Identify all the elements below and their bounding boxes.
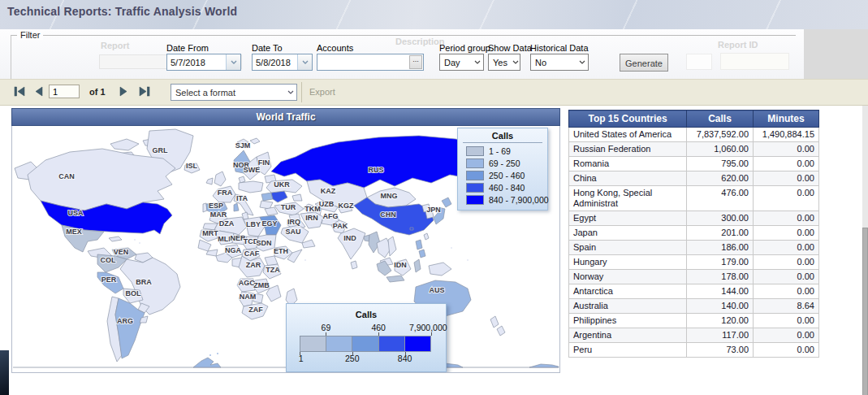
historical-data-select[interactable]: No <box>530 54 589 71</box>
cell-calls: 144.00 <box>687 284 754 299</box>
map-area: CANGRLISLSJMUSAMEXVENCOLPERBRABOLARGNORS… <box>11 126 560 373</box>
country-hong-kong <box>410 228 413 230</box>
first-page-button[interactable] <box>13 86 28 97</box>
cell-country: Russian Federation <box>569 142 687 157</box>
cell-country: Spain <box>569 241 687 255</box>
table-row: China620.000.00 <box>569 171 819 186</box>
scale-tick <box>326 332 326 336</box>
country-code-label: LBY <box>246 220 261 228</box>
vertical-scrollbar[interactable] <box>862 106 868 395</box>
show-data-select[interactable]: Yes <box>488 54 520 71</box>
date-to-dropdown-button[interactable] <box>297 54 312 70</box>
country-code-label: MEX <box>66 228 82 236</box>
date-from-value: 5/7/2018 <box>167 58 226 67</box>
next-page-button[interactable] <box>119 86 128 97</box>
table-row: United States of America7,837,592.001,49… <box>569 128 819 142</box>
scale-tick <box>405 352 406 355</box>
cell-minutes: 0.00 <box>754 270 819 284</box>
legend-row: 250 - 460 <box>458 169 547 181</box>
country-code-label: UKR <box>274 180 290 189</box>
country-usa <box>41 201 172 234</box>
cell-country: Hungary <box>569 255 687 270</box>
country-antarctica <box>193 358 221 367</box>
table-row: Russian Federation1,060.000.00 <box>569 142 819 157</box>
prev-page-button[interactable] <box>34 86 44 97</box>
legend-range-label: 250 - 460 <box>489 171 525 180</box>
country-code-label: IRQ <box>287 218 300 226</box>
pager-toolbar <box>0 79 868 106</box>
legend-range-label: 69 - 250 <box>489 158 520 168</box>
cell-minutes: 0.00 <box>754 226 819 241</box>
scale-top-label: 460 <box>371 323 386 332</box>
country-philippines <box>416 240 422 250</box>
date-from-combo[interactable]: 5/7/2018 <box>166 54 241 71</box>
last-page-button[interactable] <box>136 86 151 97</box>
country-code-label: NAM <box>240 293 257 301</box>
cell-country: China <box>569 171 687 186</box>
country-code-label: RUS <box>368 166 383 174</box>
page-input[interactable] <box>49 85 80 98</box>
scale-tick <box>352 352 353 355</box>
export-format-value: Select a format <box>171 88 285 98</box>
table-row: Romania795.000.00 <box>569 157 819 171</box>
country-code-label: CHN <box>380 211 396 219</box>
export-link[interactable]: Export <box>309 87 335 97</box>
scale-top-label: 7,900,000 <box>409 323 447 332</box>
country-code-label: SJM <box>235 141 251 150</box>
cell-minutes: 8.64 <box>754 299 819 314</box>
country-code-label: MRT <box>202 229 218 237</box>
cell-calls: 300.00 <box>687 211 754 226</box>
country-code-label: UZB <box>319 200 335 208</box>
column-header-minutes: Minutes <box>754 111 819 128</box>
cell-calls: 795.00 <box>687 157 754 171</box>
country-code-label: AUS <box>429 286 444 294</box>
report-id-input-disabled <box>720 53 789 70</box>
chevron-down-icon <box>512 60 520 64</box>
historical-data-label: Historical Data <box>530 43 589 53</box>
country-code-label: TZA <box>266 266 280 274</box>
country-japan <box>442 198 451 207</box>
scale-tick <box>300 352 300 355</box>
cell-minutes: 0.00 <box>754 314 819 328</box>
scale-top-label: 69 <box>322 323 331 332</box>
cell-calls: 120.00 <box>687 314 754 328</box>
scale-tick <box>431 332 432 336</box>
legend-title: Calls <box>463 131 542 143</box>
scrollbar-thumb[interactable] <box>862 228 868 395</box>
column-header-countries: Top 15 Countries <box>569 111 687 128</box>
date-from-dropdown-button[interactable] <box>226 54 240 70</box>
cell-minutes: 1,490,884.15 <box>754 128 819 142</box>
country-code-label: ZAR <box>246 261 261 269</box>
country-code-label: ITA <box>236 194 248 202</box>
country-code-label: CAN <box>58 172 75 180</box>
cell-minutes: 0.00 <box>754 343 819 358</box>
accounts-browse-button[interactable]: ... <box>409 55 422 69</box>
accounts-input[interactable]: ... <box>317 54 424 71</box>
country-code-label: FRA <box>218 189 233 197</box>
country-code-label: PER <box>101 276 117 284</box>
date-to-label: Date To <box>252 43 283 53</box>
country-code-label: JPN <box>426 206 441 214</box>
window-background-corner <box>0 350 9 395</box>
cell-minutes: 0.00 <box>754 186 819 211</box>
cell-calls: 178.00 <box>687 270 754 284</box>
show-data-label: Show Data <box>488 43 532 53</box>
legend-range-label: 840 - 7,900,000 <box>489 195 549 205</box>
legend-range-label: 460 - 840 <box>489 183 525 193</box>
table-row: Argentina117.000.00 <box>569 328 819 343</box>
country-code-label: EGY <box>261 219 277 228</box>
date-to-combo[interactable]: 5/8/2018 <box>252 54 313 71</box>
country-code-label: TKM <box>304 205 321 213</box>
cell-country: Australia <box>569 299 687 314</box>
export-format-select[interactable]: Select a format <box>171 84 297 101</box>
period-group-select[interactable]: Day <box>439 54 484 71</box>
period-group-label: Period group <box>439 43 490 53</box>
country-code-label: NGA <box>225 246 242 254</box>
countries-tbody: United States of America7,837,592.001,49… <box>569 128 819 358</box>
legend-row: 1 - 69 <box>458 145 547 157</box>
cell-calls: 201.00 <box>687 226 754 241</box>
generate-button[interactable]: Generate <box>620 54 668 72</box>
country-code-label: GRL <box>153 146 169 154</box>
country-code-label: CAF <box>244 250 260 258</box>
legend-range-label: 1 - 69 <box>489 146 511 156</box>
